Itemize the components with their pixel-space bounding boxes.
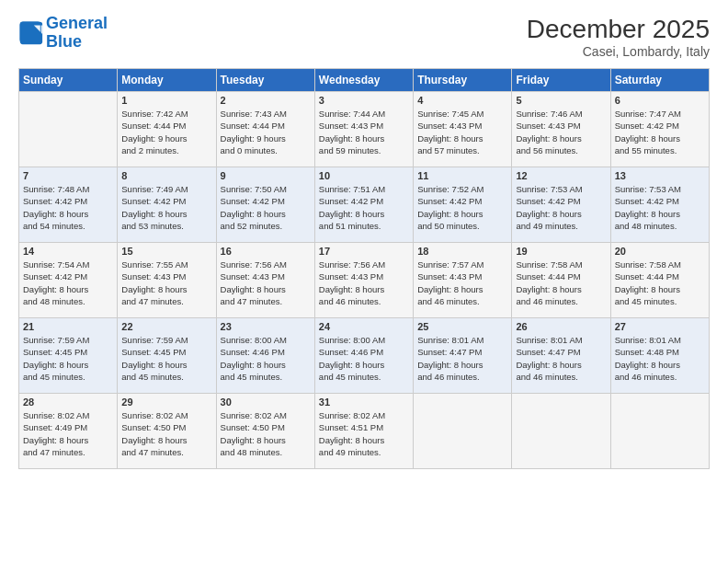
calendar-cell: 16Sunrise: 7:56 AM Sunset: 4:43 PM Dayli… bbox=[216, 243, 314, 318]
header-sunday: Sunday bbox=[19, 69, 118, 92]
day-number: 29 bbox=[121, 396, 211, 408]
week-row-1: 1Sunrise: 7:42 AM Sunset: 4:44 PM Daylig… bbox=[19, 92, 710, 167]
day-number: 17 bbox=[319, 246, 409, 257]
calendar-cell: 6Sunrise: 7:47 AM Sunset: 4:42 PM Daylig… bbox=[610, 92, 709, 167]
day-number: 20 bbox=[615, 246, 705, 257]
cell-content: Sunrise: 7:53 AM Sunset: 4:42 PM Dayligh… bbox=[615, 183, 705, 232]
calendar-cell: 2Sunrise: 7:43 AM Sunset: 4:44 PM Daylig… bbox=[216, 92, 314, 167]
day-number: 2 bbox=[221, 95, 311, 106]
month-title: December 2025 bbox=[527, 15, 710, 44]
calendar-cell: 23Sunrise: 8:00 AM Sunset: 4:46 PM Dayli… bbox=[216, 318, 314, 394]
cell-content: Sunrise: 7:51 AM Sunset: 4:42 PM Dayligh… bbox=[319, 183, 409, 232]
header-thursday: Thursday bbox=[414, 69, 512, 92]
calendar-cell: 21Sunrise: 7:59 AM Sunset: 4:45 PM Dayli… bbox=[19, 318, 118, 394]
calendar-cell bbox=[414, 394, 512, 469]
day-number: 30 bbox=[221, 396, 311, 408]
week-row-3: 14Sunrise: 7:54 AM Sunset: 4:42 PM Dayli… bbox=[19, 243, 710, 318]
calendar-cell: 8Sunrise: 7:49 AM Sunset: 4:42 PM Daylig… bbox=[118, 167, 216, 243]
week-row-5: 28Sunrise: 8:02 AM Sunset: 4:49 PM Dayli… bbox=[19, 394, 710, 469]
calendar-cell: 1Sunrise: 7:42 AM Sunset: 4:44 PM Daylig… bbox=[118, 92, 216, 167]
cell-content: Sunrise: 7:48 AM Sunset: 4:42 PM Dayligh… bbox=[23, 183, 113, 232]
header-wednesday: Wednesday bbox=[314, 69, 413, 92]
week-row-4: 21Sunrise: 7:59 AM Sunset: 4:45 PM Dayli… bbox=[19, 318, 710, 394]
calendar-cell: 11Sunrise: 7:52 AM Sunset: 4:42 PM Dayli… bbox=[414, 167, 512, 243]
day-number: 11 bbox=[417, 170, 507, 181]
calendar-cell: 9Sunrise: 7:50 AM Sunset: 4:42 PM Daylig… bbox=[216, 167, 314, 243]
day-number: 10 bbox=[319, 170, 409, 181]
cell-content: Sunrise: 8:02 AM Sunset: 4:50 PM Dayligh… bbox=[221, 409, 311, 458]
cell-content: Sunrise: 7:59 AM Sunset: 4:45 PM Dayligh… bbox=[121, 334, 211, 383]
calendar-cell: 31Sunrise: 8:02 AM Sunset: 4:51 PM Dayli… bbox=[314, 394, 413, 469]
cell-content: Sunrise: 8:01 AM Sunset: 4:47 PM Dayligh… bbox=[417, 334, 507, 383]
calendar-cell: 14Sunrise: 7:54 AM Sunset: 4:42 PM Dayli… bbox=[19, 243, 118, 318]
day-number: 9 bbox=[221, 170, 311, 181]
day-number: 27 bbox=[615, 321, 705, 332]
location: Casei, Lombardy, Italy bbox=[527, 44, 710, 59]
cell-content: Sunrise: 8:02 AM Sunset: 4:50 PM Dayligh… bbox=[121, 409, 211, 458]
cell-content: Sunrise: 8:02 AM Sunset: 4:51 PM Dayligh… bbox=[319, 409, 409, 458]
logo-line2: Blue bbox=[46, 32, 82, 51]
day-number: 25 bbox=[417, 321, 507, 332]
cell-content: Sunrise: 7:47 AM Sunset: 4:42 PM Dayligh… bbox=[615, 108, 705, 156]
day-number: 12 bbox=[516, 170, 606, 181]
day-number: 5 bbox=[516, 95, 606, 106]
calendar-cell: 20Sunrise: 7:58 AM Sunset: 4:44 PM Dayli… bbox=[610, 243, 709, 318]
day-number: 15 bbox=[121, 246, 211, 257]
logo-icon bbox=[18, 20, 44, 46]
day-number: 14 bbox=[23, 246, 113, 257]
svg-rect-0 bbox=[20, 22, 42, 44]
calendar-cell: 7Sunrise: 7:48 AM Sunset: 4:42 PM Daylig… bbox=[19, 167, 118, 243]
calendar-cell: 13Sunrise: 7:53 AM Sunset: 4:42 PM Dayli… bbox=[610, 167, 709, 243]
day-number: 23 bbox=[221, 321, 311, 332]
day-number: 16 bbox=[221, 246, 311, 257]
day-number: 3 bbox=[319, 95, 409, 106]
calendar-cell: 29Sunrise: 8:02 AM Sunset: 4:50 PM Dayli… bbox=[118, 394, 216, 469]
calendar-cell: 3Sunrise: 7:44 AM Sunset: 4:43 PM Daylig… bbox=[314, 92, 413, 167]
calendar-cell: 22Sunrise: 7:59 AM Sunset: 4:45 PM Dayli… bbox=[118, 318, 216, 394]
logo-text: General Blue bbox=[46, 15, 108, 52]
title-block: December 2025 Casei, Lombardy, Italy bbox=[527, 15, 710, 59]
day-number: 22 bbox=[121, 321, 211, 332]
calendar-cell: 10Sunrise: 7:51 AM Sunset: 4:42 PM Dayli… bbox=[314, 167, 413, 243]
calendar-cell: 30Sunrise: 8:02 AM Sunset: 4:50 PM Dayli… bbox=[216, 394, 314, 469]
logo: General Blue bbox=[18, 15, 108, 52]
calendar-cell: 24Sunrise: 8:00 AM Sunset: 4:46 PM Dayli… bbox=[314, 318, 413, 394]
calendar-cell: 19Sunrise: 7:58 AM Sunset: 4:44 PM Dayli… bbox=[512, 243, 610, 318]
cell-content: Sunrise: 7:57 AM Sunset: 4:43 PM Dayligh… bbox=[417, 259, 507, 307]
page: General Blue December 2025 Casei, Lombar… bbox=[0, 0, 728, 563]
cell-content: Sunrise: 7:49 AM Sunset: 4:42 PM Dayligh… bbox=[121, 183, 211, 232]
cell-content: Sunrise: 7:44 AM Sunset: 4:43 PM Dayligh… bbox=[319, 108, 409, 156]
calendar-cell: 18Sunrise: 7:57 AM Sunset: 4:43 PM Dayli… bbox=[414, 243, 512, 318]
cell-content: Sunrise: 7:46 AM Sunset: 4:43 PM Dayligh… bbox=[516, 108, 606, 156]
day-number: 8 bbox=[121, 170, 211, 181]
cell-content: Sunrise: 7:56 AM Sunset: 4:43 PM Dayligh… bbox=[221, 259, 311, 307]
cell-content: Sunrise: 7:58 AM Sunset: 4:44 PM Dayligh… bbox=[516, 259, 606, 307]
day-number: 24 bbox=[319, 321, 409, 332]
day-number: 28 bbox=[23, 396, 113, 408]
header-row: SundayMondayTuesdayWednesdayThursdayFrid… bbox=[19, 69, 710, 92]
cell-content: Sunrise: 7:52 AM Sunset: 4:42 PM Dayligh… bbox=[417, 183, 507, 232]
calendar-cell: 26Sunrise: 8:01 AM Sunset: 4:47 PM Dayli… bbox=[512, 318, 610, 394]
cell-content: Sunrise: 8:01 AM Sunset: 4:47 PM Dayligh… bbox=[516, 334, 606, 383]
day-number: 21 bbox=[23, 321, 113, 332]
calendar-cell: 5Sunrise: 7:46 AM Sunset: 4:43 PM Daylig… bbox=[512, 92, 610, 167]
logo-line1: General bbox=[46, 14, 108, 32]
week-row-2: 7Sunrise: 7:48 AM Sunset: 4:42 PM Daylig… bbox=[19, 167, 710, 243]
cell-content: Sunrise: 7:42 AM Sunset: 4:44 PM Dayligh… bbox=[121, 108, 211, 156]
cell-content: Sunrise: 7:43 AM Sunset: 4:44 PM Dayligh… bbox=[221, 108, 311, 156]
day-number: 7 bbox=[23, 170, 113, 181]
header: General Blue December 2025 Casei, Lombar… bbox=[18, 15, 710, 59]
day-number: 19 bbox=[516, 246, 606, 257]
cell-content: Sunrise: 7:59 AM Sunset: 4:45 PM Dayligh… bbox=[23, 334, 113, 383]
calendar-cell bbox=[610, 394, 709, 469]
day-number: 1 bbox=[121, 95, 211, 106]
calendar-cell: 12Sunrise: 7:53 AM Sunset: 4:42 PM Dayli… bbox=[512, 167, 610, 243]
cell-content: Sunrise: 8:00 AM Sunset: 4:46 PM Dayligh… bbox=[221, 334, 311, 383]
header-tuesday: Tuesday bbox=[216, 69, 314, 92]
calendar-cell bbox=[512, 394, 610, 469]
cell-content: Sunrise: 8:01 AM Sunset: 4:48 PM Dayligh… bbox=[615, 334, 705, 383]
cell-content: Sunrise: 7:58 AM Sunset: 4:44 PM Dayligh… bbox=[615, 259, 705, 307]
cell-content: Sunrise: 7:56 AM Sunset: 4:43 PM Dayligh… bbox=[319, 259, 409, 307]
calendar-cell: 27Sunrise: 8:01 AM Sunset: 4:48 PM Dayli… bbox=[610, 318, 709, 394]
day-number: 18 bbox=[417, 246, 507, 257]
